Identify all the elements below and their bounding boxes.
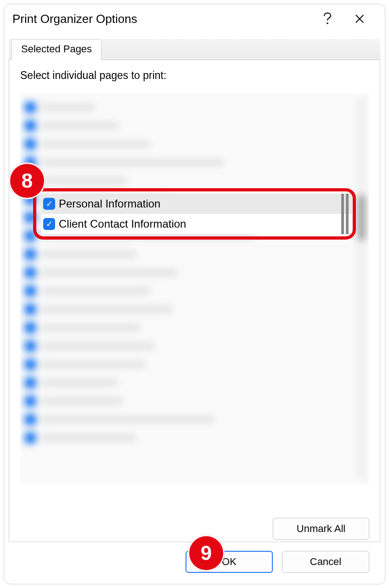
svg-point-0 [327,22,328,24]
dialog-title: Print Organizer Options [12,12,311,26]
instruction-text: Select individual pages to print: [20,69,369,82]
redacted-list-background [20,94,369,484]
help-button[interactable] [311,10,344,28]
tab-strip: Selected Pages [9,39,380,60]
print-organizer-dialog: Print Organizer Options Selected Pages S… [4,4,385,584]
close-button[interactable] [344,10,376,28]
checkbox-checked-icon[interactable]: ✓ [43,198,55,210]
list-item[interactable]: ✓ Personal Information [41,194,352,214]
close-icon [355,14,365,24]
cancel-button[interactable]: Cancel [282,551,369,573]
dialog-body: Selected Pages Select individual pages t… [4,34,385,584]
tab-selected-pages[interactable]: Selected Pages [11,39,101,60]
tab-panel: Select individual pages to print: [9,60,380,542]
list-item-label: Client Contact Information [59,218,186,230]
callout-badge-9: 9 [188,535,225,571]
unmark-all-button[interactable]: Unmark All [273,518,369,540]
titlebar: Print Organizer Options [4,4,385,34]
visible-rows: ✓ Personal Information ✓ Client Contact … [41,194,352,234]
scrollbar-segment[interactable] [341,194,349,234]
pages-list[interactable]: ✓ Personal Information ✓ Client Contact … [20,94,369,484]
help-icon [323,12,332,25]
list-item[interactable]: ✓ Client Contact Information [41,214,352,234]
callout-badge-8: 8 [9,162,45,199]
checkbox-checked-icon[interactable]: ✓ [43,218,55,230]
list-item-label: Personal Information [59,197,160,210]
